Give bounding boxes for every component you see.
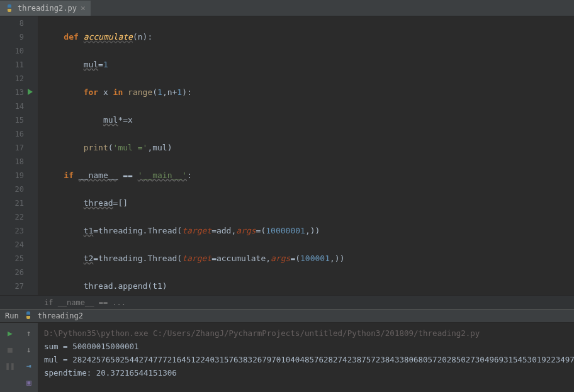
python-run-icon: [24, 311, 33, 322]
scroll-down-button[interactable]: ↓: [20, 342, 38, 357]
scroll-up-button[interactable]: ↑: [20, 325, 38, 340]
python-file-icon: [5, 4, 14, 13]
run-toolbar: ▶ ↑ ■ ↓ ❚❚ ⇥ ▣: [0, 323, 38, 392]
print-button[interactable]: ▣: [20, 374, 38, 389]
tab-filename: threading2.py: [18, 4, 77, 13]
run-header: Run threading2: [0, 310, 574, 323]
close-tab-icon[interactable]: ×: [81, 3, 86, 13]
run-output[interactable]: D:\Python35\python.exe C:/Users/ZhangJ/P…: [38, 323, 574, 392]
rerun-button[interactable]: ▶: [1, 325, 19, 340]
breadcrumb[interactable]: if __name__ == ...: [0, 295, 574, 309]
soft-wrap-button[interactable]: ⇥: [20, 358, 38, 373]
run-title: Run: [5, 311, 19, 320]
run-gutter-icon[interactable]: [28, 89, 33, 95]
tab-bar: threading2.py ×: [0, 0, 574, 16]
code-area[interactable]: def accumulate(n): mul=1 for x in range(…: [38, 16, 574, 295]
file-tab[interactable]: threading2.py ×: [0, 1, 91, 16]
close-run-button[interactable]: [1, 374, 19, 389]
gutter-marks: [29, 16, 38, 295]
run-config-name[interactable]: threading2: [38, 311, 83, 320]
line-number-gutter: 8 9 10 11 12 13 14 15 16 17 18 19 20 21 …: [0, 16, 29, 295]
editor[interactable]: 8 9 10 11 12 13 14 15 16 17 18 19 20 21 …: [0, 16, 574, 295]
run-panel: Run threading2 ▶ ↑ ■ ↓ ❚❚ ⇥ ▣ D:\Python3…: [0, 309, 574, 392]
stop-button[interactable]: ■: [1, 342, 19, 357]
pause-button[interactable]: ❚❚: [1, 358, 19, 373]
